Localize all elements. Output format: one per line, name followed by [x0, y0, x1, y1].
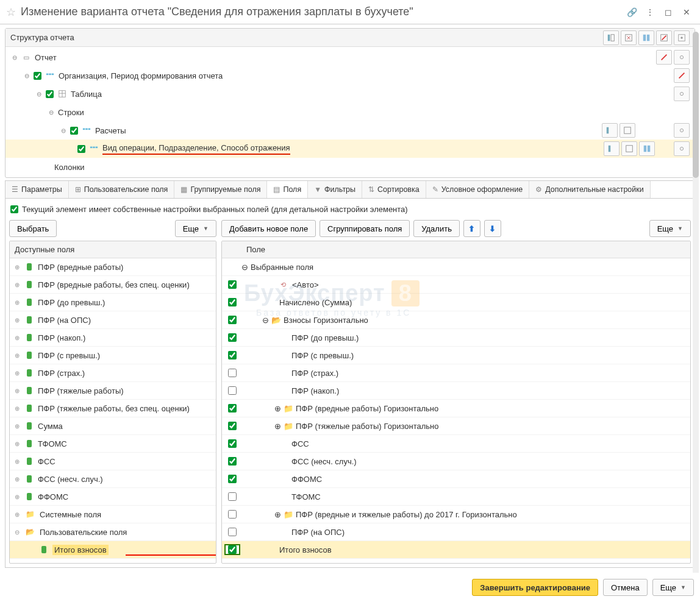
list-item[interactable]: ⊕ТФОМС: [10, 435, 216, 453]
selected-row[interactable]: ПФР (на ОПС): [222, 523, 690, 541]
tree-row-table[interactable]: ⊖ Таблица: [5, 85, 695, 103]
tree-row-selected[interactable]: Вид операции, Подразделение, Способ отра…: [5, 140, 695, 158]
select-button[interactable]: Выбрать: [9, 220, 57, 237]
row-btn-a[interactable]: [604, 141, 620, 156]
list-item[interactable]: ⊕Сумма: [10, 417, 216, 435]
expand-icon[interactable]: ⊕: [13, 405, 21, 412]
field-checkbox[interactable]: [228, 457, 237, 466]
row-btn-a[interactable]: [602, 123, 618, 138]
list-item[interactable]: ⊕ПФР (до превыш.): [10, 294, 216, 311]
list-item[interactable]: ⊕📁Системные поля: [10, 506, 216, 523]
expand-icon[interactable]: ⊕: [13, 299, 21, 306]
toolbar-btn-4[interactable]: [656, 30, 672, 45]
field-checkbox[interactable]: [228, 280, 237, 289]
tree-row-report[interactable]: ⊖ ▭ Отчет: [5, 48, 695, 66]
field-checkbox[interactable]: [228, 316, 237, 324]
available-fields-list[interactable]: ⊕ПФР (вредные работы)⊕ПФР (вредные работ…: [10, 258, 216, 563]
selected-row[interactable]: ФФОМС: [222, 470, 690, 488]
field-checkbox[interactable]: [228, 492, 237, 501]
expand-icon[interactable]: ⊕: [274, 422, 281, 431]
delete-button[interactable]: Удалить: [413, 220, 460, 237]
expand-icon[interactable]: ⊕: [13, 335, 21, 341]
tab-filters[interactable]: ▼Фильтры: [308, 181, 362, 198]
row-btn-settings[interactable]: [674, 123, 690, 138]
list-item[interactable]: ⊕ПФР (вредные работы, без спец. оценки): [10, 276, 216, 294]
selected-row[interactable]: ⟲<Авто>: [222, 276, 690, 294]
field-checkbox[interactable]: [228, 404, 237, 413]
row-action-settings[interactable]: [674, 87, 690, 101]
collapse-icon[interactable]: ⊖: [23, 73, 31, 79]
selected-row[interactable]: ФСС: [222, 435, 690, 453]
expand-icon[interactable]: ⊕: [13, 494, 21, 500]
field-checkbox[interactable]: [228, 528, 237, 536]
field-checkbox[interactable]: [228, 333, 237, 342]
row-action-edit[interactable]: [656, 50, 672, 65]
field-checkbox[interactable]: [228, 422, 237, 430]
tree-checkbox[interactable]: [77, 145, 85, 153]
expand-icon[interactable]: ⊕: [13, 423, 21, 430]
more-left-button[interactable]: Еще▼: [175, 220, 216, 237]
scrollbar-thumb[interactable]: [693, 32, 699, 178]
list-item[interactable]: ⊕ПФР (тяжелые работы): [10, 382, 216, 400]
move-down-button[interactable]: ⬇: [484, 220, 501, 237]
list-item[interactable]: ⊕ПФР (на ОПС): [10, 311, 216, 329]
expand-icon[interactable]: ⊕: [13, 282, 21, 288]
row-btn-b[interactable]: [620, 123, 635, 138]
selected-row[interactable]: ФСС (несч. случ.): [222, 453, 690, 470]
favorite-star-icon[interactable]: ☆: [6, 5, 16, 19]
expand-icon[interactable]: ⊕: [13, 264, 21, 271]
list-item[interactable]: ⊕ПФР (с превыш.): [10, 347, 216, 364]
field-checkbox[interactable]: [228, 475, 237, 483]
expand-icon[interactable]: ⊕: [13, 370, 21, 377]
tree-row-columns[interactable]: Колонки: [5, 158, 695, 176]
field-checkbox[interactable]: [228, 386, 237, 395]
kebab-menu-icon[interactable]: ⋮: [643, 5, 657, 19]
selected-row[interactable]: ⊕📁ПФР (вредные работы)Горизонтально: [222, 400, 690, 417]
expand-icon[interactable]: ⊕: [13, 352, 21, 359]
expand-icon[interactable]: ⊕: [13, 511, 21, 518]
field-checkbox[interactable]: [228, 369, 237, 377]
row-action-settings[interactable]: [674, 50, 690, 65]
field-checkbox[interactable]: [228, 439, 237, 448]
selected-row[interactable]: ТФОМС: [222, 488, 690, 506]
field-checkbox[interactable]: [228, 545, 237, 554]
expand-icon[interactable]: ⊖: [13, 529, 21, 536]
tab-groupfields[interactable]: ▦Группируемые поля: [174, 181, 267, 198]
tree-checkbox[interactable]: [34, 72, 41, 80]
field-checkbox[interactable]: [228, 510, 237, 519]
list-item[interactable]: ⊕ПФР (накоп.): [10, 329, 216, 347]
list-item[interactable]: ⊕ПФР (страх.): [10, 364, 216, 382]
collapse-icon[interactable]: ⊖: [35, 91, 43, 97]
list-item[interactable]: ⊕ФСС: [10, 453, 216, 470]
tab-userfields[interactable]: ⊞Пользовательские поля: [69, 181, 175, 198]
tab-params[interactable]: ☰Параметры: [5, 181, 69, 198]
footer-more-button[interactable]: Еще▼: [652, 579, 694, 596]
row-action-edit[interactable]: [674, 68, 690, 83]
maximize-icon[interactable]: ◻: [661, 5, 676, 19]
selected-row[interactable]: ПФР (накоп.): [222, 382, 690, 400]
selected-row[interactable]: Итого взносов: [222, 541, 690, 559]
tab-condformat[interactable]: ✎Условное оформление: [426, 181, 529, 198]
collapse-icon[interactable]: ⊖: [10, 54, 19, 61]
own-settings-checkbox[interactable]: [10, 205, 18, 213]
tab-fields[interactable]: ▤Поля: [267, 181, 308, 198]
list-item[interactable]: ⊖📂Пользовательские поля: [10, 523, 216, 541]
link-icon[interactable]: 🔗: [624, 5, 639, 19]
toolbar-btn-5[interactable]: [674, 30, 690, 45]
window-scrollbar[interactable]: [693, 32, 699, 593]
collapse-icon[interactable]: ⊖: [47, 109, 55, 116]
collapse-icon[interactable]: ⊖: [241, 263, 248, 272]
list-item[interactable]: ⊕ФФОМС: [10, 488, 216, 506]
selected-row[interactable]: Начислено (Сумма): [222, 294, 690, 311]
more-right-button[interactable]: Еще▼: [649, 220, 691, 237]
list-item[interactable]: ⊕ПФР (вредные работы): [10, 258, 216, 276]
selected-row[interactable]: ПФР (до превыш.): [222, 329, 690, 347]
field-checkbox[interactable]: [228, 298, 237, 306]
close-icon[interactable]: ✕: [679, 5, 694, 19]
expand-icon[interactable]: ⊕: [13, 441, 21, 447]
tree-checkbox[interactable]: [46, 90, 54, 98]
list-item[interactable]: ⊕ФСС (несч. случ.): [10, 470, 216, 488]
selected-row[interactable]: ПФР (страх.): [222, 364, 690, 382]
finish-editing-button[interactable]: Завершить редактирование: [472, 579, 598, 596]
tab-extra[interactable]: ⚙Дополнительные настройки: [529, 181, 651, 198]
